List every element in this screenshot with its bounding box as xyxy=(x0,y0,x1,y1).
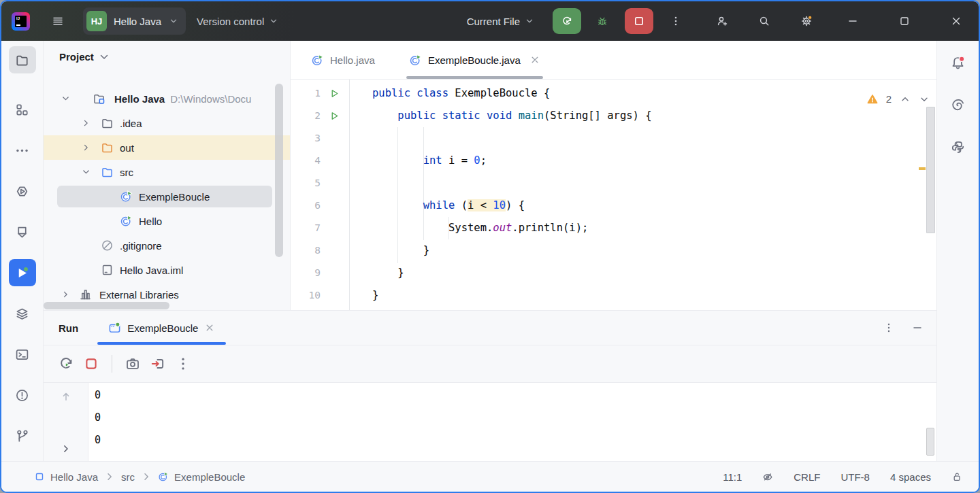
code-line[interactable]: 1public class ExempleBoucle { xyxy=(291,82,936,105)
code-line[interactable]: 5 xyxy=(291,172,936,194)
code-line[interactable]: 8 } xyxy=(291,239,936,262)
tree-item-out[interactable]: out xyxy=(44,135,290,160)
close-tab-icon[interactable] xyxy=(529,54,540,65)
minimize-icon xyxy=(847,16,858,27)
tree-item-iml[interactable]: Hello Java.iml xyxy=(44,258,290,282)
run-line-button[interactable] xyxy=(321,105,348,127)
thread-dump-button[interactable] xyxy=(125,356,140,371)
close-tab-icon[interactable] xyxy=(204,322,215,333)
inspections-widget[interactable]: 2 xyxy=(867,88,930,110)
breadcrumb-project[interactable]: Hello Java xyxy=(34,471,98,483)
terminal-tool-button[interactable] xyxy=(9,341,36,368)
dependencies-tool-button[interactable] xyxy=(9,300,36,327)
code-line[interactable]: 7 System.out.println(i); xyxy=(291,217,936,239)
tree-label: .idea xyxy=(120,118,142,129)
right-tool-strip xyxy=(936,41,979,461)
breadcrumb-src[interactable]: src xyxy=(121,471,135,483)
settings-button[interactable] xyxy=(795,10,818,33)
previous-warning-button[interactable] xyxy=(900,94,911,105)
caret-position[interactable]: 11:1 xyxy=(723,471,742,483)
python-packages-button[interactable] xyxy=(945,133,972,160)
editor-scrollbar[interactable] xyxy=(926,107,935,233)
notifications-button[interactable] xyxy=(945,49,972,76)
structure-tool-button[interactable] xyxy=(9,96,36,123)
hide-panel-button[interactable] xyxy=(912,322,923,333)
code-line[interactable]: 3 xyxy=(291,127,936,150)
chevron-down-icon xyxy=(61,95,70,103)
tree-item-hello[interactable]: Hello xyxy=(44,209,290,233)
gutter-space xyxy=(321,217,348,239)
code-text: } xyxy=(348,284,378,307)
debug-button[interactable] xyxy=(591,10,614,33)
close-button[interactable] xyxy=(945,10,968,33)
module-file-icon xyxy=(101,264,114,277)
code-line[interactable]: 6 while (i < 10) { xyxy=(291,194,936,217)
tree-item-exempleboucle[interactable]: ExempleBoucle xyxy=(44,184,290,209)
tree-path-suffix: D:\Windows\Docu xyxy=(170,93,251,105)
more-actions-button[interactable] xyxy=(664,10,687,33)
search-everywhere-button[interactable] xyxy=(753,10,776,33)
code-text: int i = 0; xyxy=(348,150,487,172)
project-widget[interactable]: HJ Hello Java xyxy=(83,7,186,35)
tree-item-src[interactable]: src xyxy=(44,160,290,184)
ai-assistant-button[interactable] xyxy=(945,91,972,118)
bookmarks-tool-button[interactable] xyxy=(9,218,36,245)
main-menu-button[interactable] xyxy=(46,10,69,33)
scroll-to-top-icon[interactable] xyxy=(61,391,71,402)
code-line[interactable]: 2 public static void main(String[] args)… xyxy=(291,105,936,127)
tree-item-gitignore[interactable]: .gitignore xyxy=(44,233,290,258)
chevron-down-icon xyxy=(82,168,91,177)
run-line-button[interactable] xyxy=(321,82,348,105)
code-editor[interactable]: 1public class ExempleBoucle {2 public st… xyxy=(291,80,936,310)
project-vertical-scrollbar[interactable] xyxy=(275,84,283,257)
project-tool-button[interactable] xyxy=(9,46,36,73)
run-tool-button[interactable] xyxy=(9,259,36,286)
terminal-icon xyxy=(15,347,29,362)
stop-process-button[interactable] xyxy=(84,356,99,371)
tree-item-hello-java-root[interactable]: Hello JavaD:\Windows\Docu xyxy=(44,86,290,111)
tab-exempleboucle-java[interactable]: ExempleBoucle.java xyxy=(399,41,550,79)
code-text xyxy=(348,172,372,194)
more-console-actions-button[interactable] xyxy=(176,356,191,371)
console-scrollbar[interactable] xyxy=(926,428,934,456)
minimize-button[interactable] xyxy=(841,10,864,33)
line-ending[interactable]: CRLF xyxy=(794,471,820,483)
warning-icon xyxy=(867,94,878,105)
project-panel-header[interactable]: Project xyxy=(59,51,110,63)
warning-count: 2 xyxy=(886,88,892,110)
console-fold-icon[interactable] xyxy=(61,443,71,454)
version-control-tool-button[interactable] xyxy=(9,422,36,449)
gutter-space xyxy=(321,284,348,307)
run-icon xyxy=(561,16,572,27)
next-warning-button[interactable] xyxy=(919,94,930,105)
search-icon xyxy=(759,16,770,27)
file-encoding[interactable]: UTF-8 xyxy=(840,471,870,483)
unlock-icon[interactable] xyxy=(951,471,962,482)
stop-button[interactable] xyxy=(625,8,653,34)
tab-hello-java[interactable]: Hello.java xyxy=(301,41,385,79)
tree-item-idea[interactable]: .idea xyxy=(44,111,290,135)
problems-tool-button[interactable] xyxy=(9,381,36,409)
highlighting-level-icon[interactable] xyxy=(762,471,773,482)
exit-button[interactable] xyxy=(150,356,165,371)
rerun-button[interactable] xyxy=(59,356,74,371)
run-tab-exempleboucle[interactable]: ExempleBoucle xyxy=(97,311,226,345)
more-tool-windows-button[interactable] xyxy=(9,137,36,164)
console-output[interactable]: 0 0 0 xyxy=(88,383,936,461)
breadcrumb-file[interactable]: ExempleBoucle xyxy=(158,471,245,483)
run-button[interactable] xyxy=(553,8,581,34)
indent-setting[interactable]: 4 spaces xyxy=(890,471,931,483)
maximize-button[interactable] xyxy=(893,10,916,33)
run-config-selector[interactable]: Current File xyxy=(467,16,535,27)
run-panel-options-button[interactable] xyxy=(883,322,894,333)
line-number: 7 xyxy=(291,217,321,239)
code-with-me-button[interactable] xyxy=(710,10,734,33)
project-horizontal-scrollbar[interactable] xyxy=(44,302,169,309)
code-line[interactable]: 4 int i = 0; xyxy=(291,150,936,172)
services-tool-button[interactable] xyxy=(9,177,36,205)
code-line[interactable]: 10} xyxy=(291,284,936,307)
code-line[interactable]: 9 } xyxy=(291,262,936,284)
code-text: public static void main(String[] args) { xyxy=(348,105,652,127)
vcs-widget[interactable]: Version control xyxy=(197,16,279,27)
maximize-icon xyxy=(899,16,910,27)
